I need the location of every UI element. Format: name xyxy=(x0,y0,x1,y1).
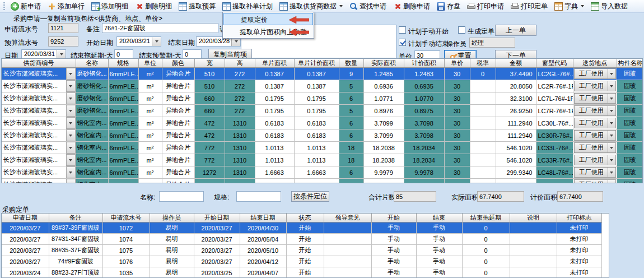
cell-piece-area[interactable]: 1.0113 xyxy=(255,142,294,154)
cell-piece-area[interactable]: 0.1387 xyxy=(255,80,294,92)
extract-budget-button[interactable]: 提取预算 xyxy=(175,0,219,12)
cell-actual-area[interactable]: 0.6936 xyxy=(363,80,404,92)
cell-operator[interactable]: 易明 xyxy=(150,245,194,256)
cell-height[interactable]: 1310 xyxy=(225,154,255,166)
cell-status[interactable]: 开始 xyxy=(286,256,324,267)
cell-spec[interactable]: 6mmPLE... xyxy=(108,166,138,179)
cell-delivery-location[interactable]: 工厂使用 xyxy=(573,92,617,105)
supplier-combo-arrow[interactable] xyxy=(66,142,76,154)
cell-name[interactable]: 钢化室内... xyxy=(76,179,108,184)
cell-priced-area[interactable]: 1.0770 xyxy=(404,92,444,105)
cell-print-flag[interactable]: 未打印 xyxy=(557,245,601,256)
cell-window-code[interactable]: LC2R-76#-1F xyxy=(536,80,573,92)
cell-status[interactable]: 开始 xyxy=(286,223,324,234)
cell-spec[interactable]: 6mmPLE... xyxy=(108,68,138,80)
cell-supplier[interactable]: 长沙市潇湘玻璃实... xyxy=(2,117,76,129)
cell-window-code[interactable]: LC30R-76#... xyxy=(536,129,573,142)
cell-serial[interactable]: 1075 xyxy=(102,245,150,256)
delivery-location-combo[interactable]: 工厂使用 xyxy=(574,81,616,91)
cell-qty[interactable]: 5 xyxy=(339,105,363,117)
cell-piece-area[interactable]: 0.6183 xyxy=(255,117,294,129)
cell-component-name[interactable]: 固玻 xyxy=(617,117,643,129)
cell-request-date[interactable]: 2020/03/27 xyxy=(2,245,49,256)
cell-piece-area[interactable]: 0.1795 xyxy=(255,92,294,105)
cell-unit[interactable]: m² xyxy=(138,105,162,117)
cell-print-flag[interactable]: 未打印 xyxy=(557,256,601,267)
cell-delivery-location[interactable]: 工厂使用 xyxy=(573,68,617,80)
cell-priced-area[interactable]: 18.2034 xyxy=(404,154,444,166)
cell-window-code[interactable]: LC33R-76#... xyxy=(536,154,573,166)
cell-piece-priced-area[interactable]: 0.1387 xyxy=(294,68,339,80)
menu-item-0[interactable]: 提取定价 xyxy=(223,13,313,25)
cell-qty[interactable]: 5 xyxy=(339,80,363,92)
supplier-combo-arrow[interactable] xyxy=(66,80,76,92)
cell-qty[interactable]: 18 xyxy=(339,142,363,154)
cell-start[interactable]: 手动 xyxy=(371,256,416,267)
cell-component-name[interactable]: 固玻 xyxy=(617,105,643,117)
table-row[interactable]: 长沙市潇湘玻璃实...钢化室内...6mmPLE...m²异地合片1272131… xyxy=(2,166,643,179)
delivery-location-combo[interactable]: 工厂使用 xyxy=(574,118,616,128)
cell-unit-price[interactable]: 30 xyxy=(444,129,470,142)
cell-delivery-location[interactable]: 工厂使用 xyxy=(573,142,617,154)
cell-end-delay[interactable]: 0 xyxy=(462,234,510,245)
operator-input[interactable] xyxy=(469,38,515,48)
cell-tax-rate[interactable] xyxy=(470,80,496,92)
cell-end-date[interactable]: 2020/04/07 xyxy=(240,267,286,278)
cell-note[interactable] xyxy=(510,256,557,267)
cell-priced-area[interactable]: 1.2483 xyxy=(404,68,444,80)
table-row[interactable]: 长沙市潇湘玻璃实...磨砂钢化...6mmPLE...m²异地合片5102720… xyxy=(2,68,643,80)
cell-serial[interactable]: 1035 xyxy=(102,267,150,278)
cell-component-name[interactable]: 固玻 xyxy=(617,166,643,179)
column-unit-header[interactable]: 单位 xyxy=(138,59,162,68)
cell-width[interactable]: 472 xyxy=(194,117,225,129)
supplier-combo-arrow[interactable] xyxy=(66,117,76,129)
delivery-location-combo[interactable]: 工厂使用 xyxy=(574,179,616,183)
delivery-location-combo[interactable]: 工厂使用 xyxy=(574,105,616,116)
cell-request-date[interactable]: 2020/03/27 xyxy=(2,256,49,267)
cell-qty[interactable]: 6 xyxy=(339,166,363,179)
cell-note[interactable] xyxy=(510,245,557,256)
order-row[interactable]: 2020/03/2774#9F窗固玻1076易明2020/03/272020/0… xyxy=(2,256,601,267)
cell-leader-opinion[interactable] xyxy=(324,245,371,256)
cell-unit-price[interactable]: 30 xyxy=(444,179,470,184)
cell-operator[interactable]: 易明 xyxy=(150,234,194,245)
cell-actual-area[interactable]: 1.2485 xyxy=(363,68,404,80)
cell-height[interactable]: 1310 xyxy=(225,129,255,142)
cell-amount[interactable]: 32.3100 xyxy=(496,92,536,105)
cell-priced-area[interactable]: 3.7098 xyxy=(404,117,444,129)
cell-unit-price[interactable]: 30 xyxy=(444,166,470,179)
cell-start-date[interactable]: 2020/03/27 xyxy=(194,234,240,245)
cell-width[interactable]: 660 xyxy=(194,92,225,105)
cell-priced-area[interactable]: 0.8975 xyxy=(404,105,444,117)
cell-unit[interactable]: m² xyxy=(138,166,162,179)
cell-unit[interactable]: m² xyxy=(138,117,162,129)
cell-start-date[interactable]: 2020/03/25 xyxy=(194,267,240,278)
cell-color[interactable]: 异地合片 xyxy=(162,117,194,129)
column-request-date-header[interactable]: 申请日期 xyxy=(2,214,49,223)
cell-width[interactable]: 1272 xyxy=(194,179,225,184)
cell-actual-area[interactable]: 18.2038 xyxy=(363,142,404,154)
cell-request-date[interactable]: 2020/03/27 xyxy=(2,234,49,245)
cell-supplier[interactable]: 长沙市潇湘玻璃实... xyxy=(2,80,76,92)
cell-width[interactable]: 510 xyxy=(194,68,225,80)
cell-remark[interactable]: 87#31-34F窗固玻 xyxy=(49,234,102,245)
cell-serial[interactable]: 1072 xyxy=(102,223,150,234)
cell-window-code[interactable]: LC48R-76#... xyxy=(536,179,573,184)
cell-delivery-location[interactable]: 工厂使用 xyxy=(573,154,617,166)
cell-delivery-location[interactable]: 工厂使用 xyxy=(573,117,617,129)
cell-component-name[interactable]: 固玻 xyxy=(617,92,643,105)
cell-tax-rate[interactable] xyxy=(470,154,496,166)
cell-piece-priced-area[interactable]: 1.0113 xyxy=(294,142,339,154)
cell-piece-priced-area[interactable]: 1.6663 xyxy=(294,179,339,184)
cell-tax-rate[interactable] xyxy=(470,117,496,129)
column-qty-header[interactable]: 数量 xyxy=(339,59,363,68)
cell-piece-priced-area[interactable]: 0.1795 xyxy=(294,105,339,117)
column-end-delay-header[interactable]: 结束拖延期 xyxy=(462,214,510,223)
locate-by-condition-button[interactable]: 按条件定位 xyxy=(291,191,329,202)
column-print-flag-header[interactable]: 打印标志 xyxy=(557,214,601,223)
cell-supplier[interactable]: 长沙市潇湘玻璃实... xyxy=(2,105,76,117)
print-request-button[interactable]: 打印申请 xyxy=(464,0,507,12)
cell-name[interactable]: 磨砂钢化... xyxy=(76,80,108,92)
cell-qty[interactable]: 18 xyxy=(339,154,363,166)
delivery-location-combo[interactable]: 工厂使用 xyxy=(574,68,616,79)
